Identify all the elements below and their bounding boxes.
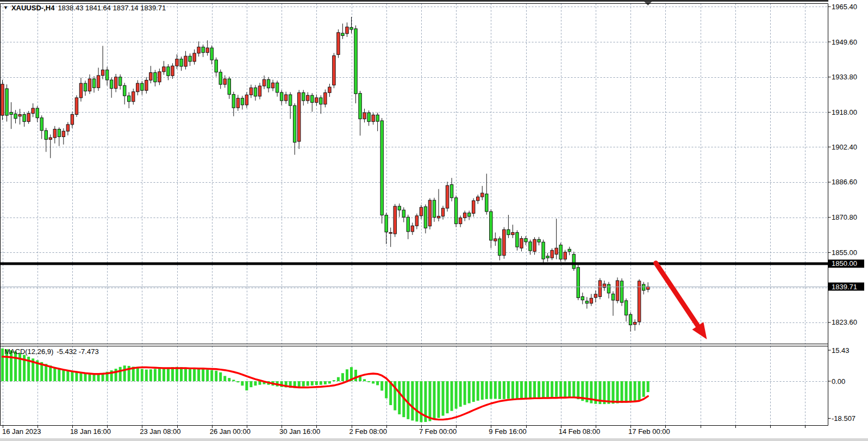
symbol-ohlc: 1838.43 1841.64 1837.14 1839.71: [58, 4, 166, 12]
candle-bear: [84, 83, 86, 91]
candle-bear: [542, 242, 545, 259]
candle-bear: [141, 83, 143, 90]
macd-bar: [385, 381, 388, 398]
macd-bar: [337, 377, 340, 381]
macd-bar: [490, 381, 492, 399]
candle-bull: [284, 95, 287, 101]
candle-bull: [616, 281, 619, 301]
macd-bar: [477, 381, 479, 401]
resistance-line-1850[interactable]: [0, 262, 828, 265]
macd-bar: [516, 381, 519, 399]
candle-bull: [62, 131, 65, 136]
candle-bear: [607, 284, 610, 293]
candle-bear: [167, 67, 170, 76]
chart-canvas[interactable]: 1965.401949.601933.801918.001902.401886.…: [0, 0, 868, 441]
macd-bar: [507, 381, 510, 399]
macd-bar: [511, 381, 514, 399]
candle-bull: [415, 216, 418, 226]
macd-bar: [193, 369, 196, 381]
candle-bull: [494, 239, 497, 241]
macd-bar: [468, 381, 471, 403]
macd-bar: [136, 368, 139, 381]
macd-bar: [346, 369, 348, 381]
macd-bar: [529, 381, 532, 398]
macd-bar: [84, 374, 86, 381]
candle-bear: [36, 108, 39, 118]
candle-bull: [590, 298, 592, 303]
macd-values: -5.432 -7.473: [57, 348, 98, 356]
candle-bear: [450, 185, 453, 198]
macd-bar: [206, 370, 209, 381]
candle-bull: [114, 77, 117, 89]
candle-bull: [236, 98, 239, 108]
candle-bull: [503, 229, 505, 256]
macd-bar: [376, 381, 379, 385]
candle-bull: [249, 88, 252, 95]
candle-bear: [350, 27, 353, 29]
candle-bull: [158, 72, 161, 82]
macd-bar: [184, 368, 187, 381]
window-top-edge: [0, 0, 828, 2]
macd-bar: [616, 381, 619, 403]
macd-bar: [634, 381, 636, 402]
macd-bar: [572, 381, 575, 398]
candle-bear: [546, 256, 549, 258]
candle-bear: [572, 254, 575, 269]
macd-bar: [629, 381, 632, 402]
price-tick-label: 1823.60: [832, 318, 857, 326]
macd-bar: [210, 370, 213, 381]
macd-bar: [446, 381, 449, 413]
candle-bull: [132, 92, 135, 102]
candle-bull: [333, 55, 335, 85]
macd-bar: [612, 381, 615, 403]
candle-bear: [14, 114, 17, 119]
macd-bar: [498, 381, 501, 399]
macd-bar: [568, 381, 571, 397]
candle-bear: [485, 194, 488, 212]
candle-bull: [564, 252, 566, 259]
candle-bear: [254, 88, 257, 96]
macd-bar: [367, 381, 370, 382]
candle-bull: [88, 79, 91, 91]
candle-bear: [367, 113, 370, 121]
candle-bear: [228, 79, 230, 95]
macd-bar: [307, 381, 309, 386]
candle-bull: [206, 48, 209, 53]
candle-bull: [520, 239, 523, 249]
price-tick-label: 1886.60: [832, 178, 857, 186]
candle-bull: [32, 108, 34, 113]
candle-bear: [219, 72, 222, 85]
macd-bar: [18, 353, 21, 381]
candle-bear: [385, 215, 388, 232]
candle-bear: [581, 296, 584, 300]
macd-bar: [638, 381, 641, 400]
macd-bar: [89, 374, 91, 381]
candle-bear: [407, 217, 409, 232]
macd-bar: [154, 369, 157, 381]
candle-bear: [10, 112, 13, 114]
macd-bar: [79, 372, 82, 381]
macd-bar: [551, 381, 553, 397]
macd-bar: [559, 381, 562, 397]
time-tick-label: 9 Feb 16:00: [489, 427, 526, 436]
candle-bear: [276, 83, 278, 92]
triangle-down-icon[interactable]: ▼: [3, 4, 8, 11]
macd-bar: [228, 378, 230, 381]
time-tick-label: 17 Feb 00:00: [628, 427, 670, 436]
macd-bar: [621, 381, 623, 403]
macd-bar: [398, 381, 401, 414]
price-tick-label: 1902.40: [832, 143, 857, 151]
macd-bar: [302, 381, 305, 387]
candle-bull: [18, 115, 21, 116]
macd-bar: [236, 381, 239, 382]
candle-bull: [437, 216, 440, 218]
macd-bar: [189, 368, 191, 381]
candle-bull: [53, 129, 56, 138]
candle-bear: [45, 131, 47, 139]
candle-bull: [346, 27, 348, 34]
candle-bear: [58, 129, 60, 137]
macd-bar: [524, 381, 527, 398]
candle-bear: [293, 105, 296, 142]
macd-bar: [219, 372, 222, 381]
candle-bull: [49, 138, 52, 139]
